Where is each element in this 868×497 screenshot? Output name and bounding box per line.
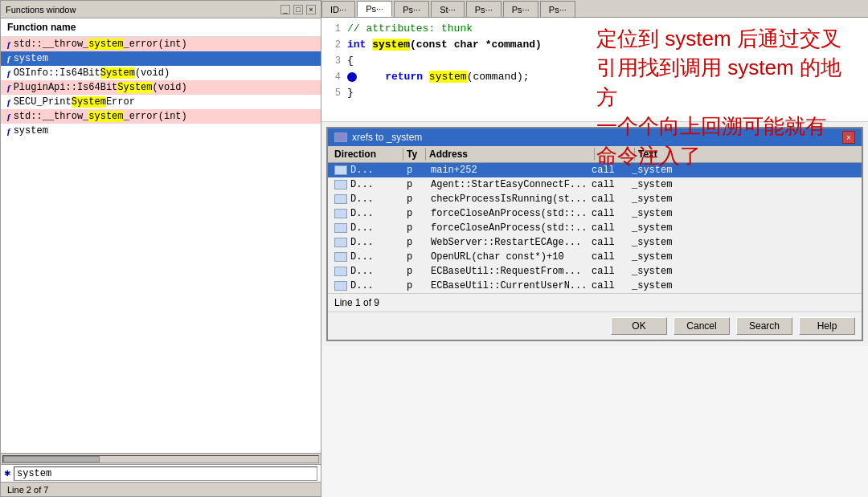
row-type: p [403, 251, 428, 263]
func-name-text: system [14, 125, 48, 136]
functions-window-title: Functions window [6, 5, 76, 14]
xrefs-row[interactable]: D... p ECBaseUtil::CurrentUserN... call … [328, 279, 862, 293]
cancel-button[interactable]: Cancel [674, 317, 730, 335]
close-btn[interactable]: × [306, 5, 316, 14]
col-call [595, 148, 635, 161]
tab-ps4[interactable]: Ps··· [503, 1, 538, 17]
xrefs-row[interactable]: D... p forceCloseAnProcess(std::... call… [328, 206, 862, 221]
tab-id[interactable]: ID··· [321, 1, 355, 17]
code-line-1: 1 // attributes: thunk [321, 21, 868, 37]
xrefs-row[interactable]: D... p checkProcessIsRunning(st... call … [328, 192, 862, 206]
tab-ps1[interactable]: Ps··· [357, 1, 392, 17]
xrefs-row[interactable]: D... p WebServer::RestartECAge... call _… [328, 235, 862, 250]
row-direction: D... [331, 193, 403, 206]
xrefs-row[interactable]: D... p Agent::StartEasyConnectF... call … [328, 177, 862, 192]
row-address: OpenURL(char const*)+10 [428, 251, 588, 263]
tab-st[interactable]: St··· [431, 1, 465, 17]
code-text: { [347, 53, 865, 69]
minimize-btn[interactable]: _ [280, 5, 290, 14]
row-text: _system [628, 164, 725, 177]
functions-status-text: Line 2 of 7 [7, 485, 48, 495]
code-text: } [347, 85, 865, 101]
row-direction: D... [331, 236, 403, 249]
xrefs-close-button[interactable]: × [842, 131, 855, 144]
row-icon [334, 267, 347, 276]
list-item[interactable]: f SECU_PrintSystemError [1, 95, 321, 109]
row-call: call [588, 178, 628, 191]
horizontal-scrollbar[interactable] [1, 453, 321, 464]
maximize-btn[interactable]: □ [293, 5, 303, 14]
row-icon [334, 209, 347, 218]
tab-ps5-label: Ps··· [549, 5, 567, 14]
scroll-track[interactable] [2, 455, 319, 463]
row-call: call [588, 207, 628, 220]
row-direction: D... [331, 279, 403, 292]
row-type: p [403, 164, 428, 177]
help-button[interactable]: Help [799, 317, 855, 335]
row-call: call [588, 279, 628, 292]
row-icon [334, 281, 347, 291]
row-call: call [588, 251, 628, 263]
list-item[interactable]: f system [1, 124, 321, 138]
tab-ps2[interactable]: Ps··· [394, 1, 429, 17]
row-icon [334, 252, 347, 262]
search-button[interactable]: Search [736, 317, 792, 335]
xrefs-title-text: xrefs to _system [352, 132, 422, 143]
row-direction: D... [331, 251, 403, 263]
list-item[interactable]: f system [1, 51, 321, 66]
list-item[interactable]: f PluginApi::Is64BitSystem(void) [1, 80, 321, 95]
col-text: Text [635, 148, 731, 161]
line-number: 3 [325, 53, 341, 69]
list-item[interactable]: f OSInfo::Is64BitSystem(void) [1, 66, 321, 80]
row-text: _system [628, 193, 725, 206]
xrefs-row[interactable]: D... p OpenURL(char const*)+10 call _sys… [328, 250, 862, 264]
xrefs-row[interactable]: D... p ECBaseUtil::RequestFrom... call _… [328, 264, 862, 279]
row-type: p [403, 222, 428, 234]
row-icon [334, 194, 347, 204]
row-text: _system [628, 207, 725, 220]
row-text: _system [628, 279, 725, 292]
tab-ps5[interactable]: Ps··· [540, 1, 575, 17]
list-item[interactable]: f std::__throw_system_error(int) [1, 109, 321, 124]
row-call: call [588, 222, 628, 234]
xrefs-row[interactable]: D... p main+252 call _system [328, 163, 862, 177]
tab-ps4-label: Ps··· [512, 5, 530, 14]
search-input[interactable] [14, 466, 317, 481]
code-line-2: 2 int system(const char *command) [321, 37, 868, 53]
function-icon: f [7, 68, 10, 78]
row-type: p [403, 279, 428, 292]
line-number: 2 [325, 37, 341, 53]
row-direction: D... [331, 222, 403, 234]
row-type: p [403, 207, 428, 220]
code-line-5: 5 } [321, 85, 868, 101]
func-name-text: system [14, 53, 48, 64]
function-icon: f [7, 97, 10, 107]
tab-ps3-label: Ps··· [475, 5, 493, 14]
row-icon [334, 180, 347, 189]
ok-button[interactable]: OK [611, 317, 667, 335]
tab-ps2-label: Ps··· [403, 5, 420, 14]
functions-search-bar: ✱ [1, 464, 321, 482]
code-line-3: 3 { [321, 53, 868, 69]
tab-ps1-label: Ps··· [366, 4, 383, 14]
xrefs-buttons: OK Cancel Search Help [328, 312, 862, 340]
row-text: _system [628, 236, 725, 249]
row-direction: D... [331, 207, 403, 220]
row-type: p [403, 193, 428, 206]
xrefs-title-content: xrefs to _system [334, 132, 422, 143]
function-icon: f [7, 126, 10, 136]
col-address: Address [426, 148, 595, 161]
row-direction: D... [331, 178, 403, 191]
function-icon: f [7, 54, 10, 63]
scroll-thumb[interactable] [3, 456, 100, 462]
functions-status-bar: Line 2 of 7 [1, 482, 321, 496]
row-icon [334, 238, 347, 247]
list-item[interactable]: f std::__throw_system_error(int) [1, 37, 321, 51]
row-direction: D... [331, 265, 403, 278]
code-line-4: 4 return system(command); [321, 69, 868, 85]
tab-ps3[interactable]: Ps··· [466, 1, 502, 17]
xrefs-row[interactable]: D... p forceCloseAnProcess(std::... call… [328, 221, 862, 235]
row-text: _system [628, 178, 725, 191]
row-call: call [588, 265, 628, 278]
row-type: p [403, 178, 428, 191]
